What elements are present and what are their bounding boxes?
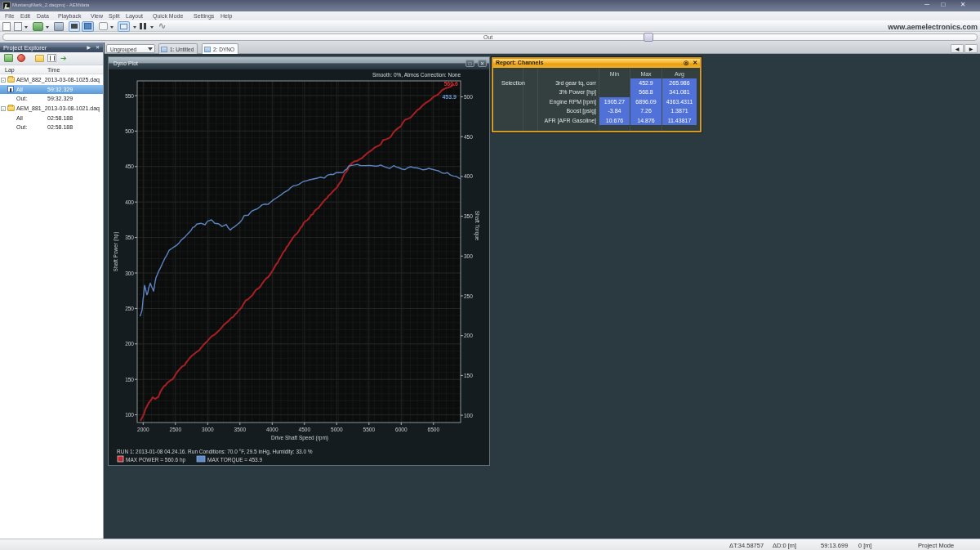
svg-text:300: 300: [125, 271, 134, 276]
svg-text:4500: 4500: [299, 427, 311, 432]
svg-text:100: 100: [125, 412, 134, 418]
svg-text:3500: 3500: [234, 427, 247, 432]
svg-text:4000: 4000: [266, 427, 278, 432]
svg-text:Shaft Torque: Shaft Torque: [474, 211, 480, 241]
svg-text:Shaft Power (hp): Shaft Power (hp): [113, 232, 119, 272]
svg-text:RUN 1: 2013-01-08 04.24.16. Ru: RUN 1: 2013-01-08 04.24.16. Run Conditio…: [117, 449, 313, 455]
svg-text:500: 500: [125, 128, 134, 134]
svg-text:450: 450: [125, 163, 134, 169]
svg-text:300: 300: [464, 253, 473, 259]
svg-text:150: 150: [464, 373, 473, 378]
svg-text:550: 550: [125, 93, 134, 99]
svg-text:100: 100: [464, 413, 473, 418]
svg-text:400: 400: [125, 199, 134, 205]
svg-text:6000: 6000: [395, 427, 408, 432]
svg-text:350: 350: [464, 213, 473, 219]
svg-text:6500: 6500: [428, 427, 440, 432]
svg-text:Drive Shaft Speed (rpm): Drive Shaft Speed (rpm): [271, 435, 328, 441]
svg-text:560.6: 560.6: [443, 81, 458, 87]
svg-text:Smooth: 0%, Atmos Correction:: Smooth: 0%, Atmos Correction: None: [372, 72, 461, 78]
svg-text:250: 250: [464, 293, 473, 299]
svg-text:350: 350: [125, 235, 134, 240]
svg-text:5000: 5000: [331, 427, 343, 432]
svg-text:3000: 3000: [202, 427, 214, 432]
svg-text:500: 500: [464, 94, 473, 100]
svg-text:200: 200: [125, 341, 134, 347]
svg-text:MAX POWER = 560.6 hp: MAX POWER = 560.6 hp: [126, 457, 186, 463]
svg-text:2500: 2500: [170, 427, 182, 432]
svg-text:150: 150: [125, 377, 134, 382]
svg-text:200: 200: [464, 333, 473, 338]
svg-text:250: 250: [125, 306, 134, 311]
svg-text:MAX TORQUE = 453.9: MAX TORQUE = 453.9: [207, 457, 263, 463]
svg-text:453.9: 453.9: [442, 94, 457, 100]
svg-text:5500: 5500: [363, 427, 376, 432]
svg-text:450: 450: [464, 134, 473, 140]
svg-text:400: 400: [464, 173, 473, 179]
svg-text:2000: 2000: [137, 427, 149, 432]
